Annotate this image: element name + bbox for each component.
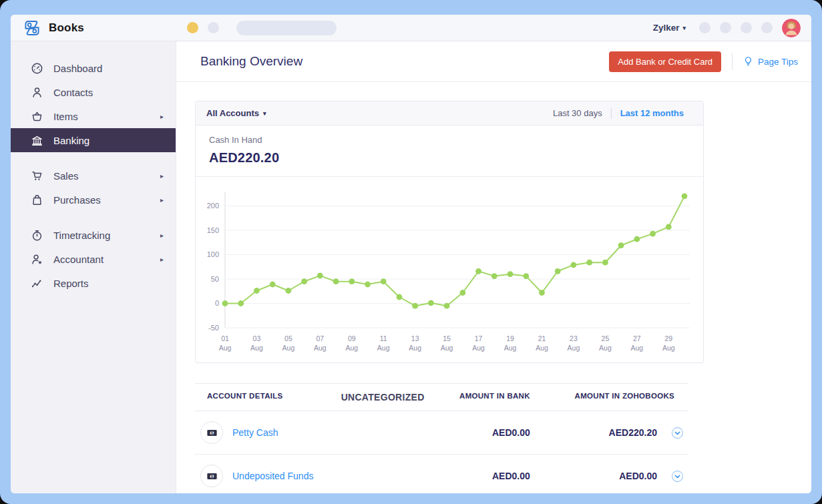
bank-icon bbox=[31, 134, 43, 147]
account-name-link[interactable]: Undeposited Funds bbox=[232, 471, 313, 481]
svg-text:27: 27 bbox=[633, 334, 641, 342]
svg-text:Aug: Aug bbox=[250, 344, 263, 352]
svg-text:Aug: Aug bbox=[409, 344, 421, 352]
sidebar-item-label: Sales bbox=[53, 170, 150, 182]
column-header-account-details: ACCOUNT DETAILS bbox=[195, 392, 333, 403]
svg-text:Aug: Aug bbox=[345, 344, 358, 352]
column-header-amount-in-bank: AMOUNT IN BANK bbox=[431, 392, 530, 403]
app-window: Books Zylker ▾ bbox=[11, 15, 811, 493]
topbar-dot-yellow[interactable] bbox=[187, 22, 198, 33]
sidebar-item-reports[interactable]: Reports bbox=[11, 271, 176, 295]
chevron-down-circle-icon[interactable] bbox=[671, 427, 684, 439]
svg-text:13: 13 bbox=[411, 334, 419, 342]
range-option-last-12-months[interactable]: Last 12 months bbox=[612, 107, 692, 119]
svg-text:$: $ bbox=[210, 473, 213, 479]
chevron-right-icon: ▸ bbox=[160, 172, 164, 180]
topbar-icon-placeholder-4[interactable] bbox=[761, 22, 773, 33]
sidebar-item-label: Dashboard bbox=[53, 63, 164, 74]
account-filter-dropdown[interactable]: All Accounts ▾ bbox=[206, 108, 266, 118]
topbar-dot-gray[interactable] bbox=[208, 22, 219, 33]
svg-text:21: 21 bbox=[538, 334, 546, 342]
account-filter-label: All Accounts bbox=[206, 108, 259, 118]
account-row: $Undeposited FundsAED0.00AED0.00 bbox=[195, 455, 688, 493]
stopwatch-icon bbox=[31, 229, 43, 242]
accounts-table: ACCOUNT DETAILS UNCATEGORIZED AMOUNT IN … bbox=[195, 383, 688, 493]
sidebar-item-sales[interactable]: Sales▸ bbox=[11, 164, 176, 188]
sidebar-item-accountant[interactable]: Accountant▸ bbox=[11, 247, 176, 271]
svg-text:Aug: Aug bbox=[599, 344, 612, 352]
svg-text:19: 19 bbox=[506, 334, 514, 342]
svg-text:23: 23 bbox=[570, 334, 578, 342]
window-frame: Books Zylker ▾ bbox=[0, 0, 822, 504]
topbar-icon-placeholder-3[interactable] bbox=[741, 22, 752, 33]
sidebar-item-dashboard[interactable]: Dashboard bbox=[11, 56, 176, 80]
person-icon bbox=[31, 86, 43, 99]
chevron-right-icon: ▸ bbox=[160, 113, 164, 120]
column-header-uncategorized: UNCATEGORIZED bbox=[333, 392, 432, 403]
sidebar-item-purchases[interactable]: Purchases▸ bbox=[11, 188, 176, 212]
svg-text:09: 09 bbox=[348, 334, 356, 342]
amount-in-zohobooks-cell: AED0.00 bbox=[530, 471, 657, 481]
amount-in-bank-cell: AED0.00 bbox=[431, 427, 530, 438]
page-tips-button[interactable]: Page Tips bbox=[743, 56, 798, 67]
main-content: Banking Overview Add Bank or Credit Card… bbox=[176, 41, 811, 493]
sidebar: DashboardContactsItems▸BankingSales▸Purc… bbox=[11, 41, 176, 493]
date-range-toggle: Last 30 daysLast 12 months bbox=[544, 107, 692, 119]
cash-summary: Cash In Hand AED220.20 bbox=[196, 125, 703, 177]
sidebar-item-timetracking[interactable]: Timetracking▸ bbox=[11, 223, 176, 247]
svg-text:25: 25 bbox=[602, 334, 610, 342]
sidebar-item-label: Reports bbox=[53, 278, 164, 289]
topbar-icon-placeholder-2[interactable] bbox=[720, 22, 731, 33]
org-name: Zylker bbox=[653, 23, 680, 33]
sidebar-item-label: Contacts bbox=[53, 87, 164, 98]
svg-text:05: 05 bbox=[284, 334, 292, 342]
basket-icon bbox=[31, 110, 43, 123]
sidebar-item-label: Timetracking bbox=[53, 230, 150, 241]
range-option-last-30-days[interactable]: Last 30 days bbox=[544, 107, 611, 119]
column-header-amount-in-zohobooks: AMOUNT IN ZOHOBOOKS bbox=[530, 392, 688, 403]
chevron-right-icon: ▸ bbox=[160, 256, 164, 263]
bag-icon bbox=[31, 194, 43, 206]
svg-text:Aug: Aug bbox=[662, 344, 675, 352]
svg-text:Aug: Aug bbox=[568, 344, 580, 352]
person-star-icon bbox=[31, 253, 43, 266]
topbar: Books Zylker ▾ bbox=[11, 15, 811, 41]
line-chart-icon bbox=[31, 277, 43, 290]
add-bank-button[interactable]: Add Bank or Credit Card bbox=[609, 51, 721, 72]
sidebar-item-banking[interactable]: Banking bbox=[11, 128, 176, 152]
row-actions bbox=[657, 427, 688, 439]
user-avatar[interactable] bbox=[782, 19, 801, 37]
sidebar-item-items[interactable]: Items▸ bbox=[11, 104, 176, 128]
banking-overview-card: All Accounts ▾ Last 30 daysLast 12 month… bbox=[195, 101, 704, 363]
svg-text:Aug: Aug bbox=[219, 344, 232, 352]
amount-in-zohobooks-cell: AED220.20 bbox=[530, 427, 657, 438]
cash-flow-chart: 200150100500-5001Aug03Aug05Aug07Aug09Aug… bbox=[196, 177, 703, 362]
page-tips-label: Page Tips bbox=[758, 57, 798, 67]
account-name-link[interactable]: Petty Cash bbox=[232, 427, 278, 438]
sidebar-item-contacts[interactable]: Contacts bbox=[11, 80, 176, 104]
page-title: Banking Overview bbox=[200, 54, 609, 69]
header-divider bbox=[176, 81, 811, 82]
svg-text:100: 100 bbox=[207, 250, 219, 258]
svg-text:11: 11 bbox=[380, 334, 387, 342]
topbar-icon-placeholder-1[interactable] bbox=[699, 22, 710, 33]
svg-text:Aug: Aug bbox=[630, 344, 643, 352]
lightbulb-icon bbox=[743, 56, 753, 67]
brand-name: Books bbox=[49, 21, 84, 35]
brand[interactable]: Books bbox=[21, 17, 182, 39]
sidebar-item-label: Purchases bbox=[53, 194, 150, 206]
cash-icon: $ bbox=[200, 465, 223, 487]
account-details-cell: $Petty Cash bbox=[195, 421, 333, 444]
svg-text:Aug: Aug bbox=[377, 344, 390, 352]
account-row: $Petty CashAED0.00AED220.20 bbox=[195, 411, 688, 455]
chevron-down-circle-icon[interactable] bbox=[671, 470, 684, 483]
svg-text:150: 150 bbox=[207, 226, 219, 234]
search-bar[interactable] bbox=[236, 21, 337, 35]
page-header: Banking Overview Add Bank or Credit Card… bbox=[195, 41, 798, 81]
org-switcher[interactable]: Zylker ▾ bbox=[653, 23, 686, 33]
books-logo-icon bbox=[21, 17, 43, 39]
caret-down-icon: ▾ bbox=[263, 110, 266, 117]
cash-summary-label: Cash In Hand bbox=[209, 135, 690, 145]
svg-text:Aug: Aug bbox=[504, 344, 517, 352]
sidebar-item-label: Banking bbox=[53, 135, 164, 146]
